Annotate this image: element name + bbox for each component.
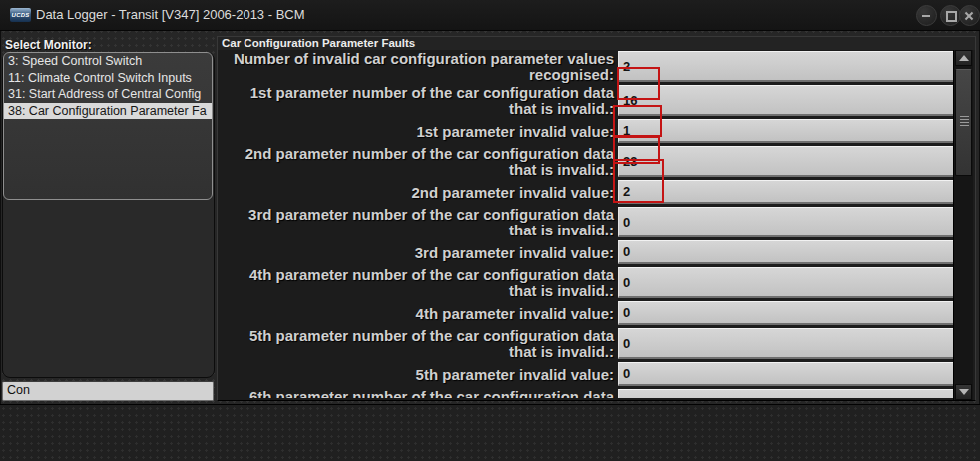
monitor-list[interactable]: 3: Speed Control Switch11: Climate Contr… (3, 52, 213, 200)
parameter-value-cell: 2 (618, 180, 955, 204)
parameter-row: 1st parameter invalid value:1 (218, 118, 955, 145)
parameter-row: 1st parameter number of the car configur… (218, 84, 955, 118)
parameter-label: 4th parameter invalid value: (218, 300, 618, 327)
parameter-label: 2nd parameter invalid value: (218, 179, 618, 206)
parameter-label: 1st parameter number of the car configur… (218, 84, 618, 118)
arrow-down-icon (959, 389, 969, 395)
parameter-row: 4th parameter number of the car configur… (218, 266, 955, 300)
parameter-value-cell: 23 (618, 146, 955, 177)
minimize-button[interactable] (916, 5, 937, 26)
parameter-row: 4th parameter invalid value:0 (218, 300, 955, 327)
monitor-list-item[interactable]: 11: Climate Control Switch Inputs (4, 70, 212, 87)
parameter-row: 5th parameter number of the car configur… (218, 327, 955, 361)
parameter-label: Number of invalid car configuration para… (218, 50, 618, 84)
parameter-label: 3rd parameter invalid value: (218, 239, 618, 266)
parameter-value-cell: 0 (618, 362, 955, 386)
parameter-label: 3rd parameter number of the car configur… (218, 206, 618, 239)
minimize-icon (922, 15, 930, 17)
parameter-faults-header: Car Configuration Parameter Faults (218, 37, 975, 50)
select-monitor-label: Select Monitor: (5, 38, 92, 52)
parameter-rows: Number of invalid car configuration para… (218, 50, 955, 398)
monitor-list-item[interactable]: 31: Start Address of Central Config (4, 86, 212, 103)
parameter-value-cell: 0 (618, 328, 955, 359)
monitor-list-item[interactable]: 38: Car Configuration Parameter Fa (4, 103, 212, 120)
parameter-value-cell: 0 (618, 267, 955, 298)
parameter-row: 5th parameter invalid value:0 (218, 361, 955, 388)
parameter-label: 2nd parameter number of the car configur… (218, 145, 618, 179)
maximize-button[interactable] (940, 5, 961, 26)
parameter-row: 3rd parameter number of the car configur… (218, 206, 955, 239)
monitor-list-item[interactable]: 3: Speed Control Switch (4, 53, 212, 70)
parameter-label: 6th parameter number of the car configur… (218, 388, 618, 398)
parameter-value-cell: 2 (618, 51, 955, 82)
parameter-label: 4th parameter number of the car configur… (218, 266, 618, 300)
parameter-row: 3rd parameter invalid value:0 (218, 239, 955, 266)
parameter-row: 6th parameter number of the car configur… (218, 388, 955, 398)
parameter-label: 5th parameter number of the car configur… (218, 327, 618, 361)
parameter-value-cell: 0 (618, 240, 955, 264)
parameter-value-cell: 0 (618, 389, 955, 398)
parameter-row: 2nd parameter number of the car configur… (218, 145, 955, 179)
window-title: Data Logger - Transit [V347] 2006-2013 -… (36, 7, 305, 22)
scrollbar-thumb[interactable] (955, 69, 972, 176)
parameter-label: 5th parameter invalid value: (218, 361, 618, 388)
parameter-value-cell: 0 (618, 207, 955, 237)
bottom-toolbar: < Previous Read Selected Read All Auto R… (0, 404, 980, 461)
app-icon: UCDS (10, 8, 31, 22)
arrow-up-icon (959, 55, 969, 61)
maximize-icon (946, 11, 957, 22)
parameter-row: Number of invalid car configuration para… (218, 50, 955, 84)
parameter-faults-panel: Car Configuration Parameter Faults Numbe… (217, 36, 976, 401)
scrollbar-grip-icon (960, 116, 969, 128)
connection-status-field[interactable]: Con (2, 381, 214, 401)
data-logger-window: UCDS Data Logger - Transit [V347] 2006-2… (0, 0, 980, 461)
title-bar[interactable]: UCDS Data Logger - Transit [V347] 2006-2… (0, 0, 980, 31)
parameter-value-cell: 1 (618, 119, 955, 143)
parameter-label: 1st parameter invalid value: (218, 118, 618, 145)
close-button[interactable] (959, 5, 980, 26)
parameter-value-cell: 16 (618, 85, 955, 116)
parameter-row: 2nd parameter invalid value:2 (218, 179, 955, 206)
scroll-up-button[interactable] (955, 50, 972, 66)
scroll-down-button[interactable] (955, 384, 972, 400)
vertical-scrollbar[interactable] (953, 50, 973, 400)
parameter-value-cell: 0 (618, 301, 955, 325)
